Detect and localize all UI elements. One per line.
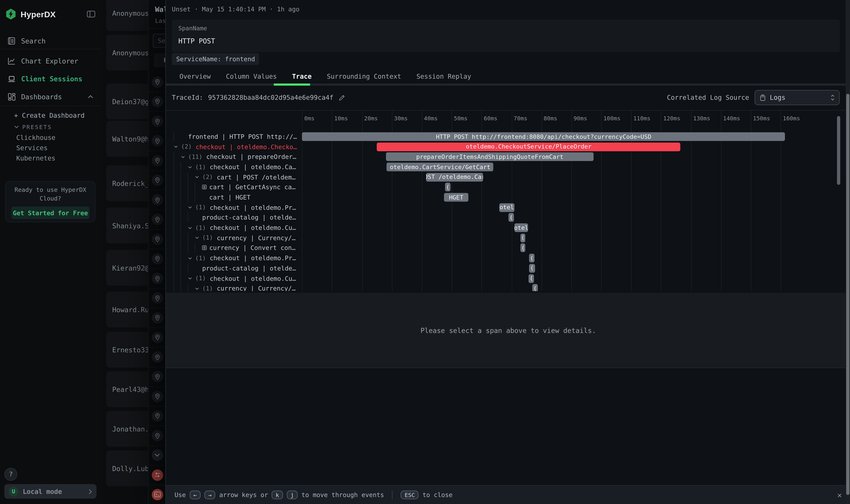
span-bar[interactable]: oteldemo.CheckoutService/PlaceOrder <box>377 142 681 151</box>
span-bar[interactable]: otel <box>499 203 514 212</box>
chevron-down-icon[interactable] <box>181 154 188 159</box>
sidebar-item-services[interactable]: Services <box>16 144 48 152</box>
span-tree-row[interactable]: (1)checkout | oteldemo.ProductCat… <box>166 203 302 212</box>
span-tree-row[interactable]: (1)checkout | oteldemo.CurrencySe… <box>166 273 302 283</box>
events-filter-button[interactable]: H <box>154 53 166 67</box>
location-pin-icon[interactable] <box>151 135 163 146</box>
span-bar[interactable]: POST /oteldemo.Cart <box>426 173 483 182</box>
help-button[interactable]: ? <box>4 468 17 481</box>
location-pin-icon[interactable] <box>151 76 163 88</box>
chevron-down-icon[interactable] <box>188 276 195 281</box>
close-icon[interactable]: ✕ <box>837 491 842 499</box>
presets-header[interactable]: PRESETS <box>14 124 52 130</box>
location-pin-icon[interactable] <box>151 155 163 166</box>
session-card[interactable]: Kieran92@h <box>106 250 148 286</box>
local-mode-button[interactable]: U Local mode <box>4 484 96 499</box>
span-tree-row[interactable]: currency | Convert convers… <box>166 243 302 253</box>
location-pin-icon[interactable] <box>151 332 163 343</box>
tab-column-values[interactable]: Column Values <box>218 69 285 84</box>
chevron-down-icon[interactable] <box>188 225 195 230</box>
location-pin-icon[interactable] <box>151 352 163 363</box>
span-bar[interactable]: otel <box>514 223 528 232</box>
edit-icon[interactable] <box>338 94 345 101</box>
span-tree-row[interactable]: cart | HGET <box>166 193 302 202</box>
span-tree-row[interactable]: (1)currency | Currency/Convert <box>166 284 302 291</box>
location-pin-icon[interactable] <box>151 430 163 441</box>
location-pin-icon[interactable] <box>151 371 163 382</box>
location-pin-icon[interactable] <box>151 194 163 205</box>
span-bar[interactable]: ( <box>532 284 538 291</box>
span-tree-row[interactable]: cart | GetCartAsync called… <box>166 182 302 192</box>
location-pin-icon[interactable] <box>151 214 163 225</box>
chevron-down-icon[interactable] <box>195 175 202 180</box>
span-tree-row[interactable]: (1)currency | Currency/Convert <box>166 233 302 243</box>
span-bar[interactable]: ( <box>508 213 514 222</box>
span-tree-row[interactable]: (1)checkout | oteldemo.ProductCat… <box>166 253 302 263</box>
chevron-down-icon[interactable] <box>188 164 195 169</box>
location-pin-icon[interactable] <box>151 312 163 323</box>
span-bar[interactable]: prepareOrderItemsAndShippingQuoteFromCar… <box>386 152 594 161</box>
tab-overview[interactable]: Overview <box>172 69 218 84</box>
location-pin-icon[interactable] <box>151 273 163 284</box>
session-card[interactable]: Anonymous <box>106 35 148 70</box>
chevron-down-icon[interactable] <box>195 235 202 240</box>
network-exchange-icon[interactable] <box>151 469 163 481</box>
chevron-down-icon[interactable] <box>151 450 163 461</box>
events-search-input[interactable]: Sea <box>153 34 166 48</box>
sidebar-item-kubernetes[interactable]: Kubernetes <box>16 155 55 162</box>
location-pin-icon[interactable] <box>151 391 163 402</box>
tab-session-replay[interactable]: Session Replay <box>409 69 479 84</box>
location-pin-icon[interactable] <box>151 233 163 245</box>
location-pin-icon[interactable] <box>151 292 163 304</box>
span-bar[interactable]: ( <box>520 244 525 252</box>
location-pin-icon[interactable] <box>151 115 163 127</box>
span-bar[interactable]: ( <box>520 234 526 242</box>
sidebar-item-search[interactable]: Search <box>0 33 101 49</box>
session-card[interactable]: Ernesto33@ <box>106 332 148 367</box>
page-scrollbar[interactable] <box>846 94 849 495</box>
session-card[interactable]: Walton9@ho <box>106 121 148 157</box>
tab-surrounding-context[interactable]: Surrounding Context <box>319 69 409 84</box>
span-tree-row[interactable]: product-catalog | oteldemo.Prod… <box>166 263 302 273</box>
span-bar[interactable]: ( <box>529 254 535 263</box>
chevron-down-icon[interactable] <box>195 286 202 291</box>
span-bar[interactable]: HGET <box>444 193 468 202</box>
sidebar-item-dashboards[interactable]: Dashboards <box>0 88 101 105</box>
span-tree-row[interactable]: (11)checkout | prepareOrderItemsAnd… <box>166 152 302 162</box>
create-dashboard-button[interactable]: + Create Dashboard <box>14 112 85 119</box>
sidebar-item-chart-explorer[interactable]: Chart Explorer <box>0 53 101 69</box>
chevron-down-icon[interactable] <box>188 256 195 260</box>
span-tree-row[interactable]: (2)cart | POST /oteldemo.CartSe… <box>166 172 302 182</box>
session-card[interactable]: Dolly.Lubo <box>106 450 148 486</box>
span-tree-row[interactable]: (2)checkout | oteldemo.CheckoutServic… <box>166 142 302 151</box>
sidebar-toggle-icon[interactable] <box>87 10 95 18</box>
waterfall-scrollbar[interactable] <box>837 116 840 185</box>
span-tree-row[interactable]: product-catalog | oteldemo.Prod… <box>166 213 302 222</box>
span-bar[interactable]: ( <box>529 264 535 273</box>
service-name-chip[interactable]: ServiceName: frontend <box>172 53 259 65</box>
session-card[interactable]: Anonymous <box>106 0 148 31</box>
session-card[interactable]: Deion37@gm <box>106 84 148 119</box>
span-bar[interactable]: ( <box>445 183 450 192</box>
sidebar-item-clickhouse[interactable]: Clickhouse <box>16 134 55 142</box>
location-pin-icon[interactable] <box>151 174 163 186</box>
log-source-select[interactable]: Logs <box>755 90 840 105</box>
session-card[interactable]: Pearl43@ho <box>106 371 148 407</box>
tab-trace[interactable]: Trace <box>285 69 319 84</box>
location-pin-icon[interactable] <box>151 253 163 264</box>
session-card[interactable]: Shaniya.Sc <box>106 208 148 244</box>
span-bar[interactable]: oteldemo.CartService/GetCart <box>387 163 493 172</box>
session-card[interactable]: Howard.Run <box>106 292 148 327</box>
span-bar[interactable]: HTTP POST http://frontend:8080/api/check… <box>302 132 785 141</box>
chevron-down-icon[interactable] <box>188 205 195 210</box>
span-tree-row[interactable]: (1)checkout | oteldemo.CurrencySe… <box>166 223 302 233</box>
session-card[interactable]: Roderick_S <box>106 165 148 201</box>
location-pin-icon[interactable] <box>151 410 163 422</box>
get-started-button[interactable]: Get Started for Free <box>11 206 89 219</box>
span-bar[interactable]: ( <box>529 274 534 283</box>
terminal-icon[interactable] <box>151 489 163 500</box>
location-pin-icon[interactable] <box>151 96 163 107</box>
sidebar-item-client-sessions[interactable]: Client Sessions <box>0 70 101 87</box>
span-tree-row[interactable]: frontend | HTTP POST http://frontend:… <box>166 132 302 141</box>
session-card[interactable]: Jonathan.B <box>106 411 148 447</box>
